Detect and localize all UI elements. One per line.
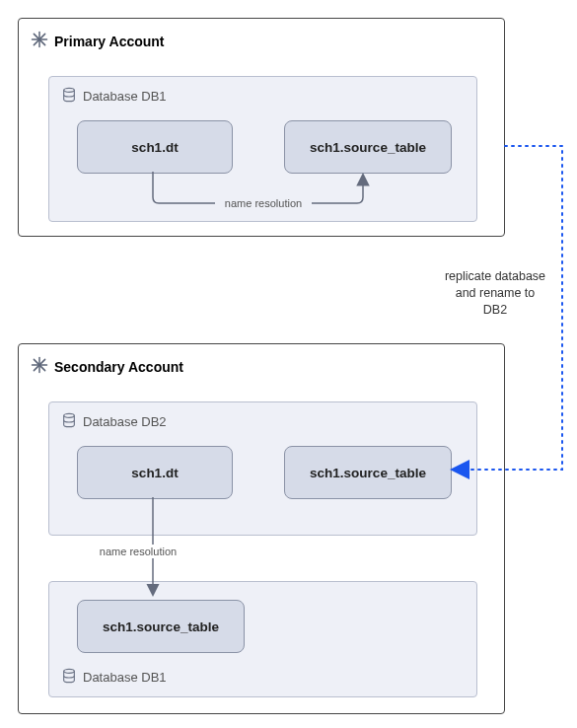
replicate-text-line2: and rename to	[456, 286, 536, 300]
secondary-db2-sch1-dt: sch1.dt	[77, 446, 233, 499]
replicate-text-line1: replicate database	[445, 269, 545, 283]
database-icon	[61, 668, 77, 687]
secondary-db1-sch1-source-table: sch1.source_table	[77, 600, 245, 653]
secondary-account-title: Secondary Account	[54, 359, 183, 375]
svg-point-9	[64, 413, 75, 417]
secondary-db2: Database DB2 sch1.dt sch1.source_table	[48, 401, 477, 536]
snowflake-icon	[31, 31, 48, 51]
primary-db1-title: Database DB1	[83, 89, 167, 104]
primary-account: Primary Account Database DB1 sch1.dt sch…	[18, 18, 505, 237]
database-icon	[61, 412, 77, 431]
secondary-db1-header: Database DB1	[61, 668, 167, 687]
replicate-label: replicate database and rename to DB2	[426, 268, 564, 319]
replicate-text-line3: DB2	[483, 303, 507, 317]
entity-label: sch1.dt	[131, 466, 178, 480]
secondary-db2-title: Database DB2	[83, 414, 167, 429]
primary-sch1-source-table: sch1.source_table	[284, 120, 452, 174]
primary-sch1-dt: sch1.dt	[77, 120, 233, 174]
secondary-account: Secondary Account Database DB2 sch1.dt s…	[18, 343, 505, 714]
snowflake-icon	[31, 356, 48, 377]
primary-db1: Database DB1 sch1.dt sch1.source_table	[48, 76, 477, 222]
primary-account-title: Primary Account	[54, 34, 165, 49]
database-icon	[61, 87, 77, 106]
entity-label: sch1.source_table	[310, 466, 426, 480]
secondary-db1-title: Database DB1	[83, 670, 167, 685]
secondary-account-header: Secondary Account	[19, 344, 504, 381]
svg-point-10	[64, 669, 75, 673]
entity-label: sch1.source_table	[310, 140, 426, 155]
primary-account-header: Primary Account	[19, 19, 504, 55]
secondary-db2-header: Database DB2	[61, 412, 167, 431]
entity-label: sch1.dt	[131, 140, 178, 155]
svg-point-4	[64, 88, 75, 92]
secondary-db2-sch1-source-table: sch1.source_table	[284, 446, 452, 499]
primary-db1-header: Database DB1	[61, 87, 167, 106]
secondary-db1: sch1.source_table Database DB1	[48, 581, 477, 697]
entity-label: sch1.source_table	[103, 619, 219, 634]
